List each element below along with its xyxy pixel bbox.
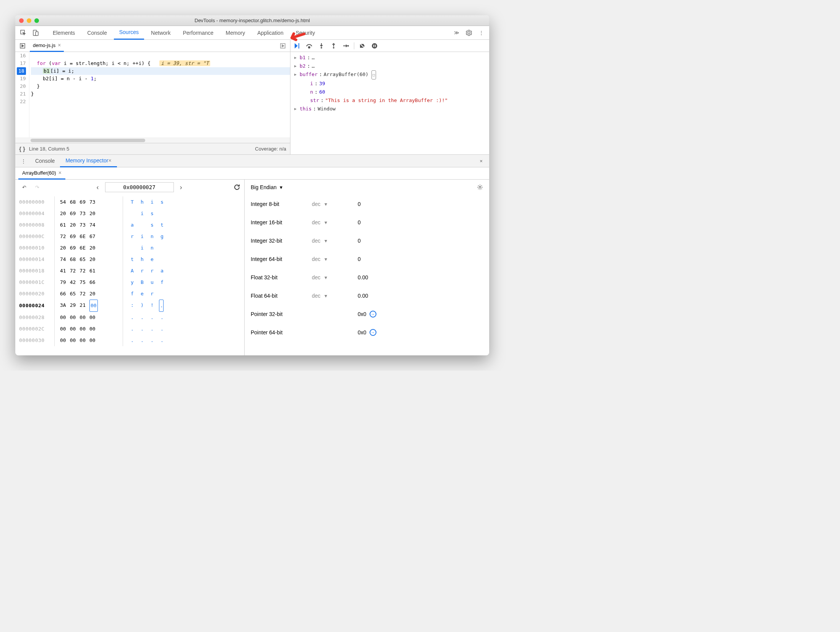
status-bar: { } Line 18, Column 5 Coverage: n/a [15, 143, 290, 154]
file-tab-label: demo-js.js [33, 42, 55, 48]
format-select[interactable]: dec ▾ [312, 201, 358, 207]
drawer-close-icon[interactable]: × [476, 156, 486, 166]
svg-point-8 [333, 47, 334, 49]
scope-row-n[interactable]: n: 60 [294, 88, 485, 96]
tab-application[interactable]: Application [252, 26, 289, 40]
pretty-print-icon[interactable]: { } [19, 146, 25, 152]
next-page-icon[interactable]: › [177, 183, 185, 191]
sources-pane: demo-js.js × 16171819202122 for (var i =… [15, 40, 290, 154]
format-select[interactable]: dec ▾ [312, 256, 358, 262]
tab-memory[interactable]: Memory [221, 26, 251, 40]
svg-point-13 [479, 186, 481, 188]
close-icon[interactable]: × [108, 157, 111, 164]
hex-row[interactable]: 0000000054686973This [19, 196, 240, 208]
pause-exceptions-icon[interactable] [370, 42, 379, 50]
hex-row[interactable]: 0000000861207374a st [19, 219, 240, 231]
endian-select[interactable]: Big Endian ▾ [251, 184, 282, 190]
hex-row[interactable]: 0000001474686520the [19, 254, 240, 265]
kebab-icon[interactable]: ⋮ [476, 28, 486, 38]
window-title: DevTools - memory-inspector.glitch.me/de… [15, 18, 489, 23]
snippet-icon[interactable] [278, 41, 288, 51]
mem-tab-arraybuffer[interactable]: ArrayBuffer(60) × [18, 167, 65, 180]
inspect-icon[interactable] [18, 28, 28, 38]
drawer-tabs: ⋮ ConsoleMemory Inspector × × [15, 154, 489, 167]
mem-inspector-tabs: ArrayBuffer(60) × [15, 167, 489, 180]
interp-toolbar: Big Endian ▾ [245, 180, 489, 195]
drawer-tab-memory-inspector[interactable]: Memory Inspector × [60, 154, 117, 167]
coverage-status: Coverage: n/a [255, 146, 286, 152]
interp-row: Integer 64-bitdec ▾0 [251, 250, 483, 268]
gear-icon[interactable] [464, 28, 474, 38]
tab-network[interactable]: Network [146, 26, 176, 40]
chevron-down-icon: ▾ [280, 184, 282, 190]
close-icon[interactable]: × [58, 170, 62, 176]
refresh-icon[interactable] [234, 184, 240, 191]
hex-viewer: ↶ ↷ ‹ › 0000000054686973This000000042069… [15, 180, 245, 355]
hex-row[interactable]: 0000002066657220fer [19, 288, 240, 300]
more-tabs-icon[interactable]: ≫ [452, 28, 462, 38]
jump-icon[interactable]: → [370, 329, 376, 336]
value-interpreter: Big Endian ▾ Integer 8-bitdec ▾0Integer … [245, 180, 489, 355]
svg-rect-12 [375, 45, 376, 47]
scope-row-str[interactable]: str: "This is a string in the ArrayBuffe… [294, 96, 485, 105]
panel-tabs: ElementsConsoleSourcesNetworkPerformance… [47, 26, 449, 40]
prev-page-icon[interactable]: ‹ [94, 183, 102, 191]
interp-settings-icon[interactable] [477, 184, 483, 190]
redo-icon[interactable]: ↷ [32, 182, 42, 192]
interp-rows: Integer 8-bitdec ▾0Integer 16-bitdec ▾0I… [245, 195, 489, 342]
navigator-icon[interactable] [18, 41, 28, 51]
step-over-icon[interactable] [305, 42, 313, 50]
address-input[interactable] [105, 182, 174, 192]
scope-row-this[interactable]: ▶this: Window [294, 105, 485, 113]
scope-row-b2[interactable]: ▶b2: … [294, 62, 485, 70]
drawer-kebab-icon[interactable]: ⋮ [18, 156, 28, 166]
svg-rect-11 [373, 45, 374, 47]
h-scrollbar[interactable] [15, 138, 290, 143]
hex-row[interactable]: 0000002C00000000.... [19, 323, 240, 335]
tab-performance[interactable]: Performance [177, 26, 219, 40]
devtools-window: DevTools - memory-inspector.glitch.me/de… [15, 15, 489, 355]
svg-point-6 [308, 47, 310, 48]
hex-row[interactable]: 0000000420697320 is [19, 208, 240, 219]
tab-console[interactable]: Console [82, 26, 112, 40]
file-tabs: demo-js.js × [15, 40, 290, 52]
hex-grid[interactable]: 0000000054686973This0000000420697320 is … [15, 195, 244, 350]
interp-row: Integer 16-bitdec ▾0 [251, 213, 483, 232]
hex-row[interactable]: 0000001C79427566yBuf [19, 277, 240, 288]
jump-icon[interactable]: → [370, 311, 376, 318]
format-select[interactable]: dec ▾ [312, 293, 358, 299]
hex-row[interactable]: 0000001020696E20 in [19, 242, 240, 254]
close-icon[interactable]: × [58, 42, 61, 48]
svg-rect-2 [36, 32, 38, 36]
scope-row-b1[interactable]: ▶b1: … [294, 53, 485, 62]
hex-row[interactable]: 0000003000000000.... [19, 335, 240, 346]
scope-row-i[interactable]: i: 39 [294, 79, 485, 88]
deactivate-bp-icon[interactable] [358, 42, 366, 50]
tab-sources[interactable]: Sources [114, 26, 144, 40]
interp-row: Integer 8-bitdec ▾0 [251, 195, 483, 213]
step-icon[interactable] [342, 42, 350, 50]
hex-row[interactable]: 0000002800000000.... [19, 312, 240, 323]
tab-elements[interactable]: Elements [47, 26, 80, 40]
step-into-icon[interactable] [317, 42, 326, 50]
device-icon[interactable] [31, 28, 41, 38]
svg-point-7 [321, 47, 322, 49]
format-select[interactable]: dec ▾ [312, 219, 358, 225]
mem-tab-label: ArrayBuffer(60) [22, 170, 56, 176]
format-select[interactable]: dec ▾ [312, 274, 358, 280]
hex-row[interactable]: 0000000C72696E67ring [19, 231, 240, 242]
scope-row-buffer[interactable]: ▶buffer: ArrayBuffer(60)⬚ [294, 70, 485, 79]
undo-icon[interactable]: ↶ [19, 182, 29, 192]
interp-row: Integer 32-bitdec ▾0 [251, 232, 483, 250]
interp-row: Pointer 64-bit0x0 → [251, 323, 483, 342]
hex-row[interactable]: 0000001841727261Arra [19, 265, 240, 277]
hex-row[interactable]: 000000243A292100:)!. [19, 300, 240, 312]
titlebar: DevTools - memory-inspector.glitch.me/de… [15, 15, 489, 26]
scope-variables: ▶b1: …▶b2: …▶buffer: ArrayBuffer(60)⬚ i:… [290, 52, 489, 154]
file-tab-demo-js[interactable]: demo-js.js × [30, 40, 64, 52]
code-editor[interactable]: 16171819202122 for (var i = str.length; … [15, 52, 290, 138]
format-select[interactable]: dec ▾ [312, 238, 358, 244]
debugger-pane: ▶b1: …▶b2: …▶buffer: ArrayBuffer(60)⬚ i:… [290, 40, 489, 154]
step-out-icon[interactable] [329, 42, 338, 50]
drawer-tab-console[interactable]: Console [30, 154, 60, 167]
